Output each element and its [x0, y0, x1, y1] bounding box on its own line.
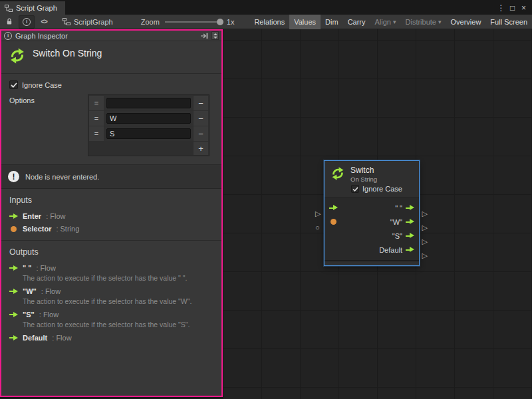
node-title: Switch: [350, 166, 377, 175]
toolbar-button-align[interactable]: Align▾: [370, 15, 401, 29]
option-input-2[interactable]: [106, 128, 191, 139]
flow-output-port[interactable]: [406, 233, 414, 239]
flow-arrow-icon: [9, 265, 18, 271]
warning-banner: ! Node is never entered.: [1, 165, 221, 189]
graph-name-label: ScriptGraph: [74, 18, 113, 26]
node-header: Switch On String: [325, 161, 419, 184]
output-port-s: "S" : Flow: [1, 308, 221, 321]
node-subtitle: On String: [350, 176, 377, 183]
port-name: Default: [23, 334, 47, 342]
flow-output-port[interactable]: [406, 205, 414, 211]
outputs-section: Outputs " " : Flow The action to execute…: [1, 240, 221, 349]
zoom-label: Zoom: [141, 18, 160, 26]
check-icon: [352, 187, 358, 192]
switch-icon: [330, 166, 346, 182]
node-ignore-case-checkbox[interactable]: [351, 185, 359, 193]
graph-toolbar: i <> ScriptGraph Zoom 1x Relations Value…: [0, 15, 532, 29]
inspector-title-label: Graph Inspector: [15, 32, 68, 40]
toolbar-button-carry[interactable]: Carry: [343, 15, 370, 29]
toolbar-button-dim[interactable]: Dim: [321, 15, 343, 29]
option-input-1[interactable]: [106, 113, 191, 124]
lock-button[interactable]: [1, 15, 17, 29]
output-socket-space[interactable]: ▷: [422, 210, 428, 217]
flow-arrow-icon: [9, 289, 18, 295]
node-port-row: Default: [325, 243, 419, 257]
button-label: Relations: [254, 18, 285, 26]
flow-input-port[interactable]: [329, 205, 338, 211]
port-label: " ": [395, 204, 402, 212]
option-row: = −: [89, 111, 208, 126]
graph-inspector-panel: i Graph Inspector Switch On String: [0, 29, 223, 397]
graph-canvas[interactable]: ▷ ○ ▷ ▷ ▷ ▷ Switch: [223, 29, 532, 399]
node-footer: [325, 260, 419, 265]
flow-input-socket[interactable]: ▷: [315, 210, 321, 217]
button-label: Dim: [325, 18, 338, 26]
switch-icon: [8, 47, 27, 65]
toolbar-button-fullscreen[interactable]: Full Screen: [485, 15, 532, 29]
close-icon[interactable]: ×: [519, 3, 529, 13]
selector-input-socket[interactable]: ○: [315, 224, 320, 231]
check-icon: [11, 82, 17, 88]
drag-handle-icon[interactable]: =: [89, 96, 104, 110]
outputs-header: Outputs: [1, 245, 221, 261]
drag-handle-icon[interactable]: =: [89, 126, 104, 141]
output-socket-s[interactable]: ▷: [422, 238, 428, 245]
remove-option-button[interactable]: −: [194, 111, 208, 126]
flow-output-port[interactable]: [406, 247, 414, 253]
port-name: "W": [23, 287, 37, 295]
inspector-header: i Graph Inspector: [1, 31, 221, 41]
toolbar-button-distribute[interactable]: Distribute▾: [401, 15, 446, 29]
button-label: Distribute: [406, 18, 436, 26]
zoom-slider[interactable]: [165, 15, 223, 29]
drag-handle-icon[interactable]: =: [89, 111, 104, 126]
button-label: Values: [294, 18, 316, 26]
graph-icon: [5, 5, 13, 12]
output-port-default: Default : Flow: [1, 331, 221, 344]
port-name: " ": [23, 264, 32, 272]
flow-arrow-icon: [9, 335, 18, 341]
maximize-icon[interactable]: □: [507, 3, 517, 13]
port-type: : Flow: [46, 212, 65, 220]
option-add-row: +: [89, 142, 208, 155]
port-type: : Flow: [39, 311, 59, 319]
remove-option-button[interactable]: −: [194, 126, 208, 141]
tab-script-graph[interactable]: Script Graph: [0, 1, 65, 15]
dock-icon[interactable]: [200, 33, 208, 39]
inputs-header: Inputs: [1, 193, 221, 209]
port-description: The action to execute if the selector ha…: [1, 321, 221, 331]
port-description: The action to execute if the selector ha…: [1, 297, 221, 308]
ignore-case-checkbox[interactable]: [9, 80, 18, 89]
code-icon: <>: [41, 18, 47, 25]
unit-settings: Ignore Case Options = − =: [1, 74, 221, 165]
flow-arrow-icon: [9, 213, 18, 219]
options-label: Options: [9, 94, 88, 156]
port-description: The action to execute if the selector ha…: [1, 274, 221, 285]
flow-output-port[interactable]: [406, 219, 414, 225]
option-input-0[interactable]: [106, 98, 191, 108]
remove-option-button[interactable]: −: [194, 96, 208, 110]
inputs-section: Inputs Enter : Flow Selector : String: [1, 189, 221, 240]
exclamation-icon: !: [8, 171, 19, 182]
zoom-slider-handle[interactable]: [217, 19, 223, 25]
output-socket-default[interactable]: ▷: [422, 252, 428, 259]
port-type: : Flow: [37, 264, 56, 272]
selector-input-port[interactable]: [331, 219, 336, 225]
graph-breadcrumb[interactable]: ScriptGraph: [63, 18, 113, 26]
inspector-toggle-button[interactable]: i: [19, 15, 35, 29]
scroll-up-icon: [213, 33, 217, 35]
output-port-space: " " : Flow: [1, 261, 221, 274]
input-port-enter: Enter : Flow: [1, 209, 221, 222]
output-socket-w[interactable]: ▷: [422, 224, 428, 231]
menu-kebab-icon[interactable]: ⋮: [496, 3, 506, 13]
info-icon: i: [4, 32, 12, 40]
code-view-button[interactable]: <>: [36, 15, 52, 29]
switch-node[interactable]: Switch On String Ignore Case: [324, 160, 420, 266]
add-option-button[interactable]: +: [194, 142, 208, 155]
toolbar-button-relations[interactable]: Relations: [249, 15, 289, 29]
scroll-widget[interactable]: [211, 31, 219, 40]
node-body: " " "W" "S": [325, 198, 419, 260]
toolbar-button-values[interactable]: Values: [289, 15, 321, 29]
toolbar-button-overview[interactable]: Overview: [446, 15, 486, 29]
ignore-case-label: Ignore Case: [22, 81, 62, 89]
node-port-row: "S": [325, 229, 419, 243]
